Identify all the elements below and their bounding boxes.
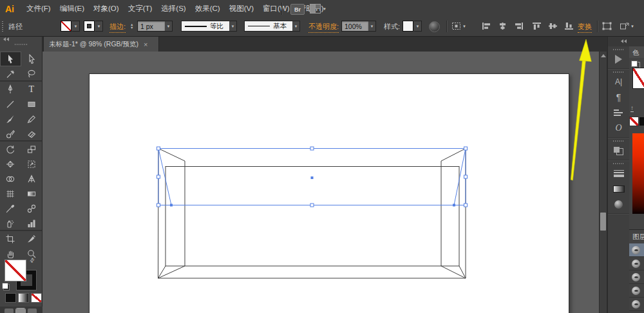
align-left-button[interactable]: [482, 22, 491, 30]
magic-wand-tool[interactable]: [0, 66, 21, 81]
menu-view[interactable]: 视图(V): [225, 0, 258, 17]
align-top-button[interactable]: [532, 22, 542, 30]
selection-handles[interactable]: [157, 147, 468, 207]
fill-indicator-none[interactable]: [5, 260, 26, 281]
gradient-panel-button[interactable]: [608, 181, 629, 196]
transparency-panel-button[interactable]: [608, 143, 629, 158]
artwork-selection[interactable]: [43, 52, 599, 313]
mesh-tool[interactable]: [0, 186, 21, 201]
draw-behind-button[interactable]: [16, 308, 25, 313]
width-profile-dropdown[interactable]: ▼: [229, 21, 237, 32]
scrollbar-thumb[interactable]: [600, 213, 606, 231]
dock-collapse-button[interactable]: [608, 36, 629, 46]
brush-dropdown[interactable]: ▼: [292, 21, 300, 32]
collapse-panel-icon[interactable]: [3, 37, 9, 41]
layer-row[interactable]: [629, 257, 644, 270]
gradient-button[interactable]: [18, 293, 29, 303]
bridge-button[interactable]: Br: [290, 4, 305, 15]
vertical-scrollbar[interactable]: [599, 52, 607, 313]
pen-tool[interactable]: [0, 82, 21, 97]
controlbar-grip[interactable]: [2, 21, 3, 32]
visibility-eye-icon[interactable]: [632, 260, 640, 268]
none-swatch[interactable]: [629, 117, 639, 126]
visibility-eye-icon[interactable]: [632, 273, 640, 281]
transform-link[interactable]: 变换: [578, 22, 592, 33]
artboard-tool[interactable]: [0, 231, 21, 246]
stroke-panel-button[interactable]: [608, 166, 629, 181]
stroke-weight-input[interactable]: 1 px: [137, 21, 166, 32]
opentype-panel-button[interactable]: O: [608, 120, 629, 136]
fill-dropdown[interactable]: ▼: [72, 21, 80, 32]
bounding-box-button[interactable]: [602, 22, 612, 30]
symbols-panel-button[interactable]: [608, 196, 629, 212]
menu-type[interactable]: 文字(T): [124, 0, 157, 17]
align-middle-button[interactable]: [548, 22, 558, 30]
align-center-button[interactable]: [498, 22, 507, 30]
width-profile-combo[interactable]: 等比: [181, 21, 230, 32]
layer-row[interactable]: [629, 270, 644, 284]
draw-normal-button[interactable]: [5, 308, 14, 313]
hand-tool[interactable]: [0, 246, 21, 261]
align-right-button[interactable]: [514, 22, 524, 30]
fill-proxy-none-swatch[interactable]: [632, 68, 644, 89]
selection-tool[interactable]: [0, 52, 21, 66]
layers-panel-tab[interactable]: 图层: [629, 230, 644, 243]
free-transform-tool[interactable]: [21, 156, 43, 171]
opacity-input[interactable]: 100%: [341, 21, 369, 32]
black-swatch[interactable]: [639, 117, 644, 126]
color-panel-tab[interactable]: 色: [629, 46, 644, 58]
column-graph-tool[interactable]: [21, 216, 43, 231]
align-bottom-button[interactable]: [564, 22, 574, 30]
line-segment-tool[interactable]: [0, 97, 21, 111]
stepper-down-icon[interactable]: ▼: [130, 26, 133, 30]
opacity-label[interactable]: 不透明度:: [308, 22, 339, 33]
visibility-eye-icon[interactable]: [632, 246, 640, 254]
shape-builder-tool[interactable]: [0, 171, 21, 186]
eyedropper-tool[interactable]: [0, 201, 21, 216]
rotate-tool[interactable]: [0, 142, 21, 156]
perspective-grid-tool[interactable]: [21, 171, 43, 186]
type-tool[interactable]: T: [21, 82, 43, 97]
close-icon[interactable]: ×: [144, 41, 147, 48]
default-fill-stroke-icon[interactable]: [2, 283, 10, 290]
menu-object[interactable]: 对象(O): [89, 0, 124, 17]
fill-swatch[interactable]: [61, 21, 71, 32]
opacity-dropdown[interactable]: ▼: [368, 21, 376, 32]
stroke-dropdown[interactable]: ▼: [95, 21, 103, 32]
width-tool[interactable]: [0, 156, 21, 171]
align-options-button[interactable]: ▼: [451, 22, 466, 30]
stroke-weight-stepper[interactable]: ▲ ▼: [130, 23, 133, 30]
menu-file[interactable]: 文件(F): [22, 0, 55, 17]
layer-row[interactable]: [629, 298, 644, 311]
menu-select[interactable]: 选择(S): [156, 0, 190, 17]
menu-edit[interactable]: 编辑(E): [55, 0, 89, 17]
symbol-sprayer-tool[interactable]: [0, 216, 21, 231]
workspace-switcher[interactable]: ▼: [310, 4, 327, 14]
blob-brush-tool[interactable]: [0, 126, 21, 141]
paragraph-styles-panel-button[interactable]: [608, 105, 629, 120]
isolate-selection-button[interactable]: ▼: [620, 22, 634, 30]
document-tab[interactable]: 未标题-1* @ 98% (RGB/预览) ×: [43, 36, 159, 52]
canvas[interactable]: [43, 52, 599, 313]
style-swatch[interactable]: [402, 21, 413, 32]
stroke-swatch[interactable]: [84, 21, 95, 32]
none-button[interactable]: [31, 293, 42, 303]
color-button[interactable]: [5, 293, 16, 303]
lasso-tool[interactable]: [21, 66, 43, 81]
rectangle-tool[interactable]: [21, 97, 43, 111]
paragraph-panel-button[interactable]: ¶: [608, 90, 629, 105]
brush-combo[interactable]: 基本: [244, 21, 293, 32]
recolor-artwork-button[interactable]: [429, 21, 440, 32]
actions-panel-button[interactable]: [608, 52, 629, 67]
blend-tool[interactable]: [21, 201, 43, 216]
draw-inside-button[interactable]: [28, 308, 37, 313]
style-dropdown[interactable]: ▼: [414, 21, 422, 32]
eraser-tool[interactable]: [21, 126, 43, 141]
scale-tool[interactable]: [21, 142, 43, 156]
stroke-weight-dropdown[interactable]: ▼: [165, 21, 173, 32]
color-spectrum[interactable]: [632, 133, 644, 214]
menu-effect[interactable]: 效果(C): [191, 0, 225, 17]
gradient-tool[interactable]: [21, 186, 43, 201]
menu-window[interactable]: 窗口(W): [258, 0, 294, 17]
paintbrush-tool[interactable]: [0, 111, 21, 126]
